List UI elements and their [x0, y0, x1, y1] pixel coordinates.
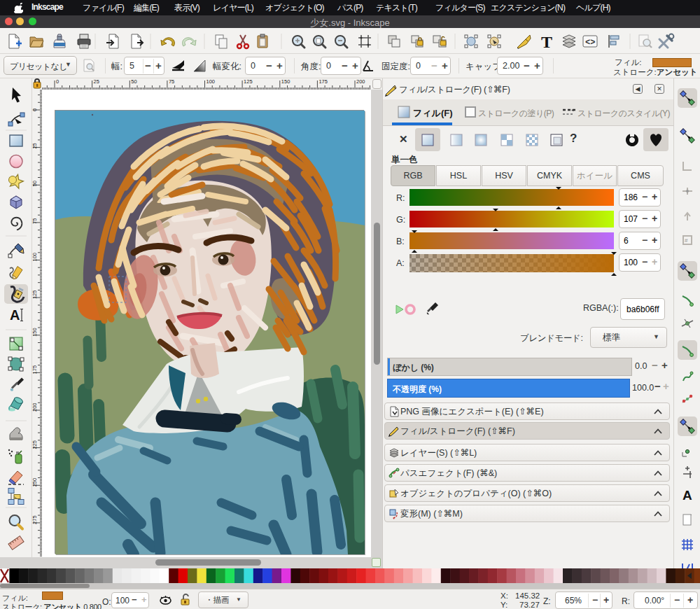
svg-text:R:: R: — [396, 193, 405, 203]
svg-text:25: 25 — [94, 78, 99, 85]
svg-text:75: 75 — [32, 218, 38, 224]
svg-text:200: 200 — [356, 78, 365, 85]
svg-text:#: # — [685, 237, 688, 244]
svg-text:100: 100 — [32, 253, 38, 262]
svg-text:0: 0 — [32, 108, 38, 111]
svg-text:25: 25 — [32, 143, 38, 148]
svg-text:175: 175 — [318, 78, 328, 85]
svg-text:150: 150 — [281, 78, 290, 85]
svg-text:100: 100 — [206, 78, 216, 85]
svg-text:A:: A: — [396, 258, 405, 268]
svg-text:G:: G: — [396, 215, 405, 225]
svg-text:50: 50 — [131, 78, 136, 85]
svg-text:200: 200 — [32, 402, 38, 412]
svg-text:275: 275 — [32, 515, 38, 524]
svg-text:50: 50 — [32, 181, 38, 186]
svg-text:A: A — [682, 488, 692, 503]
svg-text:75: 75 — [169, 78, 174, 85]
svg-text:225: 225 — [32, 440, 38, 449]
svg-text:125: 125 — [244, 78, 253, 85]
svg-text:0: 0 — [56, 78, 59, 85]
svg-text:125: 125 — [32, 290, 38, 300]
svg-text:A: A — [10, 307, 20, 323]
svg-text:175: 175 — [32, 365, 38, 374]
svg-text:250: 250 — [32, 478, 38, 487]
svg-text:B:: B: — [396, 237, 405, 246]
svg-text:150: 150 — [32, 328, 38, 337]
